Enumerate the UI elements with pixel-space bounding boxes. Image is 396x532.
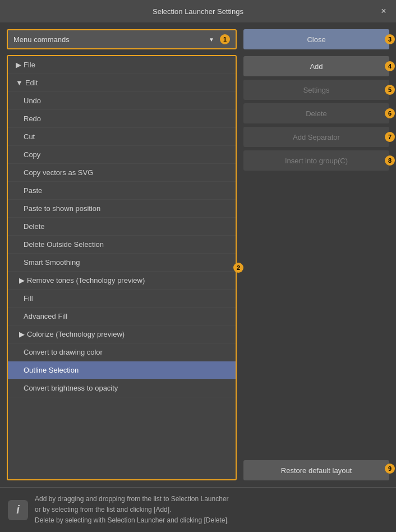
list-item-convert-drawing[interactable]: Convert to drawing color <box>8 343 236 361</box>
copy-label: Copy <box>24 150 40 159</box>
delete-action-label: Delete <box>306 109 327 118</box>
window: Selection Launcher Settings × Menu comma… <box>0 0 396 532</box>
delete-outside-label: Delete Outside Selection <box>24 240 104 249</box>
advanced-fill-label: Advanced Fill <box>24 312 67 320</box>
list-item-paste[interactable]: Paste <box>8 182 236 200</box>
insert-group-badge: 8 <box>385 155 395 166</box>
cut-label: Cut <box>24 132 35 141</box>
list-item-undo[interactable]: Undo <box>8 92 236 110</box>
file-header-label: File <box>24 61 35 69</box>
colorize-expand-icon: ▶ <box>19 330 25 338</box>
dropdown-label: Menu commands <box>13 35 70 44</box>
list-item-redo[interactable]: Redo <box>8 110 236 128</box>
insert-group-label: Insert into group(C) <box>285 157 348 165</box>
edit-expand-icon: ▼ <box>16 79 23 87</box>
add-separator-label: Add Separator <box>293 133 340 141</box>
info-icon-symbol: i <box>16 503 20 516</box>
close-button-label: Close <box>307 35 325 44</box>
title-bar: Selection Launcher Settings × <box>0 0 396 22</box>
remove-tones-label: Remove tones (Technology preview) <box>27 276 145 285</box>
delete-label: Delete <box>24 222 45 231</box>
menu-commands-dropdown[interactable]: Menu commands ▼ 1 <box>7 29 237 49</box>
left-panel: Menu commands ▼ 1 ▶ File <box>7 29 237 480</box>
insert-group-button: Insert into group(C) <box>243 150 389 171</box>
info-line1: Add by dragging and dropping from the li… <box>35 495 229 503</box>
window-close-button[interactable]: × <box>378 6 389 17</box>
smart-smoothing-label: Smart Smoothing <box>24 258 80 267</box>
list-item-edit-header[interactable]: ▼ Edit <box>8 74 236 92</box>
fill-label: Fill <box>24 294 33 302</box>
list-item-delete[interactable]: Delete <box>8 218 236 236</box>
dropdown-chevron-icon: ▼ <box>209 36 214 43</box>
list-item-file-header[interactable]: ▶ File <box>8 56 236 74</box>
convert-drawing-label: Convert to drawing color <box>24 348 103 356</box>
settings-badge: 5 <box>385 85 395 95</box>
main-content: Menu commands ▼ 1 ▶ File <box>0 22 396 487</box>
list-item-convert-brightness[interactable]: Convert brightness to opacity <box>8 379 236 397</box>
window-title: Selection Launcher Settings <box>153 7 243 16</box>
list-scroll-badge: 2 <box>233 263 243 273</box>
convert-brightness-label: Convert brightness to opacity <box>24 384 118 392</box>
list-item-delete-outside[interactable]: Delete Outside Selection <box>8 236 236 254</box>
add-button-label: Add <box>310 62 323 71</box>
restore-default-button[interactable]: Restore default layout <box>243 460 389 480</box>
colorize-label: Colorize (Technology preview) <box>27 330 125 338</box>
file-expand-icon: ▶ <box>16 61 21 69</box>
list-item-outline-selection[interactable]: Outline Selection <box>8 361 236 379</box>
info-bar: i Add by dragging and dropping from the … <box>0 487 396 532</box>
close-button[interactable]: Close <box>243 29 389 49</box>
list-item-copy-vectors[interactable]: Copy vectors as SVG <box>8 164 236 182</box>
edit-header-label: Edit <box>25 79 38 87</box>
settings-button-label: Settings <box>303 86 330 94</box>
dropdown-row: Menu commands ▼ 1 <box>7 29 237 49</box>
info-line2: or by selecting from the list and clicki… <box>35 506 171 513</box>
add-separator-badge: 7 <box>385 132 395 142</box>
close-badge: 3 <box>385 34 395 44</box>
list-wrapper: ▶ File ▼ Edit Undo Redo <box>7 55 237 480</box>
redo-label: Redo <box>24 114 41 123</box>
right-panel: Close 3 Add 4 Settings 5 D <box>243 29 389 480</box>
remove-tones-expand-icon: ▶ <box>19 276 25 285</box>
list-item-smart-smoothing[interactable]: Smart Smoothing <box>8 254 236 272</box>
list-item-cut[interactable]: Cut <box>8 128 236 146</box>
list-item-advanced-fill[interactable]: Advanced Fill <box>8 308 236 325</box>
delete-badge: 6 <box>385 108 395 118</box>
paste-shown-label: Paste to shown position <box>24 204 100 213</box>
copy-vectors-label: Copy vectors as SVG <box>24 168 93 177</box>
restore-default-label: Restore default layout <box>281 466 352 475</box>
list-item-remove-tones[interactable]: ▶ Remove tones (Technology preview) <box>8 272 236 290</box>
list-container: ▶ File ▼ Edit Undo Redo <box>7 55 237 480</box>
info-text: Add by dragging and dropping from the li… <box>35 494 229 526</box>
outline-selection-label: Outline Selection <box>24 366 79 374</box>
restore-badge: 9 <box>385 464 395 474</box>
list-scroll-area[interactable]: ▶ File ▼ Edit Undo Redo <box>8 56 236 479</box>
info-line3: Delete by selecting with Selection Launc… <box>35 516 229 524</box>
delete-action-button: Delete <box>243 103 389 123</box>
settings-button: Settings <box>243 80 389 100</box>
paste-label: Paste <box>24 186 42 195</box>
add-button[interactable]: Add <box>243 56 389 76</box>
info-icon: i <box>8 500 28 520</box>
list-item-paste-shown[interactable]: Paste to shown position <box>8 200 236 218</box>
undo-label: Undo <box>24 97 41 105</box>
add-separator-button: Add Separator <box>243 127 389 147</box>
list-item-copy[interactable]: Copy <box>8 146 236 164</box>
list-item-fill[interactable]: Fill <box>8 290 236 308</box>
add-badge: 4 <box>385 61 395 71</box>
list-item-colorize[interactable]: ▶ Colorize (Technology preview) <box>8 325 236 343</box>
dropdown-badge: 1 <box>220 34 230 44</box>
